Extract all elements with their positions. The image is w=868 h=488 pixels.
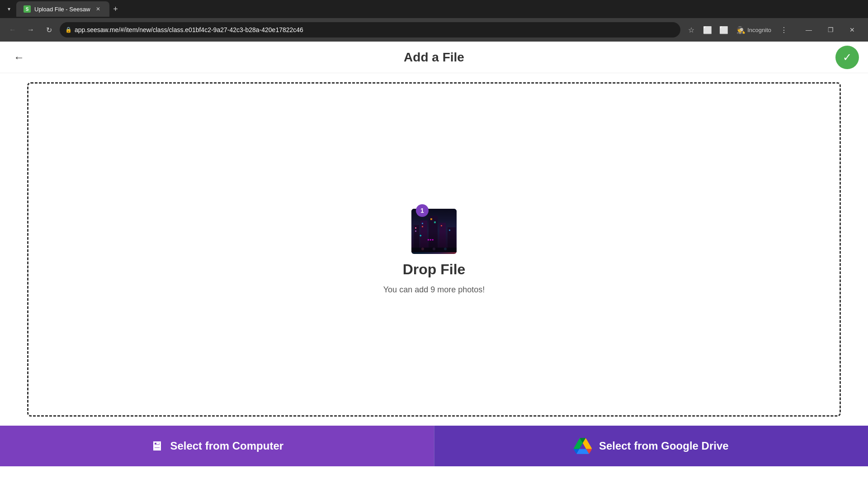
page-header: ← Add a File ✓	[0, 42, 868, 73]
tab-title: Upload File - Seesaw	[34, 6, 90, 13]
svg-rect-7	[415, 230, 416, 232]
menu-btn[interactable]: ⋮	[777, 23, 791, 37]
forward-nav-btn[interactable]: →	[24, 23, 38, 37]
select-drive-label: Select from Google Drive	[599, 440, 729, 452]
svg-rect-13	[449, 230, 450, 231]
address-text: app.seesaw.me/#/item/new/class/class.e01…	[75, 26, 303, 33]
select-from-computer-btn[interactable]: 🖥 Select from Computer	[0, 426, 434, 466]
page-title: Add a File	[404, 50, 464, 65]
svg-text:●●●: ●●●	[427, 238, 434, 242]
addr-right-controls: ☆ ⬜ ⬜ 🕵 Incognito ⋮	[684, 23, 791, 37]
back-button[interactable]: ←	[9, 47, 29, 67]
svg-rect-1	[414, 225, 419, 252]
google-drive-icon	[574, 438, 592, 454]
tab-favicon: S	[24, 5, 31, 13]
svg-rect-8	[422, 223, 423, 224]
lock-icon: 🔒	[65, 27, 72, 33]
back-icon: ←	[14, 51, 24, 64]
svg-text:◆: ◆	[420, 234, 422, 237]
select-computer-label: Select from Computer	[170, 440, 283, 452]
select-from-drive-btn[interactable]: Select from Google Drive	[434, 426, 868, 466]
minimize-btn[interactable]: —	[798, 22, 819, 38]
checkmark-icon: ✓	[843, 51, 852, 64]
svg-rect-5	[448, 227, 456, 252]
tab-dropdown-btn[interactable]: ▾	[4, 4, 14, 14]
address-bar[interactable]: 🔒 app.seesaw.me/#/item/new/class/class.e…	[60, 22, 680, 38]
drop-subtitle: You can add 9 more photos!	[383, 285, 485, 295]
svg-point-17	[421, 248, 424, 250]
thumbnail-container: 1	[411, 204, 457, 254]
drop-zone[interactable]: 1	[27, 82, 841, 417]
svg-rect-3	[429, 216, 438, 252]
back-nav-btn[interactable]: ←	[5, 23, 20, 37]
close-btn[interactable]: ✕	[842, 22, 863, 38]
file-count-badge: 1	[416, 204, 429, 217]
svg-rect-16	[411, 248, 457, 252]
restore-btn[interactable]: ❐	[820, 22, 841, 38]
window-controls: — ❐ ✕	[798, 22, 863, 38]
page-content: ← Add a File ✓ 1	[0, 42, 868, 466]
sidebar-btn[interactable]: ⬜	[717, 23, 731, 37]
new-tab-btn[interactable]: +	[109, 3, 122, 15]
svg-rect-12	[441, 225, 442, 226]
svg-point-18	[433, 248, 435, 250]
drop-zone-area: 1	[0, 73, 868, 426]
submit-button[interactable]: ✓	[835, 46, 859, 69]
svg-point-19	[444, 248, 447, 250]
extension-btn[interactable]: ⬜	[700, 23, 715, 37]
svg-rect-9	[422, 226, 423, 227]
active-tab[interactable]: S Upload File - Seesaw ✕	[16, 1, 109, 17]
incognito-badge: 🕵 Incognito	[733, 24, 775, 36]
drop-title: Drop File	[403, 261, 466, 278]
reload-btn[interactable]: ↻	[42, 23, 56, 37]
svg-rect-4	[439, 223, 446, 252]
bottom-buttons: 🖥 Select from Computer Select from Googl…	[0, 426, 868, 466]
tab-close-btn[interactable]: ✕	[94, 5, 102, 13]
tab-bar: ▾ S Upload File - Seesaw ✕ +	[0, 0, 868, 18]
svg-rect-11	[434, 221, 436, 223]
svg-rect-6	[415, 227, 416, 229]
svg-rect-10	[430, 218, 432, 220]
address-bar-row: ← → ↻ 🔒 app.seesaw.me/#/item/new/class/c…	[0, 18, 868, 42]
svg-rect-2	[420, 221, 427, 252]
monitor-icon: 🖥	[150, 439, 163, 454]
bookmark-btn[interactable]: ☆	[684, 23, 698, 37]
